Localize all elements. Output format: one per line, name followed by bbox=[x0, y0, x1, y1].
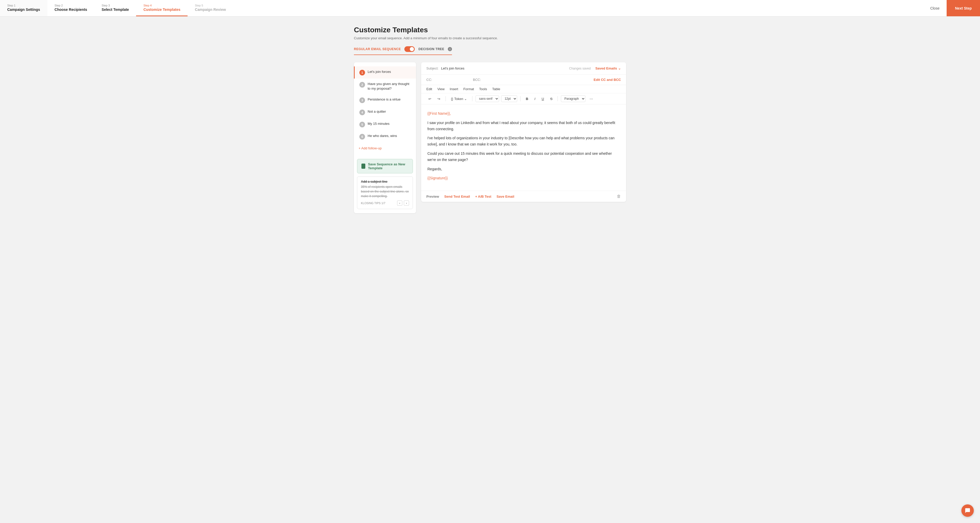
email-item-5[interactable]: 5 My 15 minutes bbox=[354, 118, 416, 130]
main-content: Customize Templates Customize your email… bbox=[348, 17, 632, 222]
save-sequence-button[interactable]: Save Sequence as New Template bbox=[357, 159, 413, 173]
changes-saved-text: Changes saved bbox=[569, 67, 591, 70]
more-options-button[interactable]: ⋯ bbox=[587, 96, 595, 102]
step-4-num: Step 4 bbox=[143, 4, 180, 7]
step-5-num: Step 5 bbox=[195, 4, 226, 7]
email-num-3: 3 bbox=[360, 97, 365, 103]
token-icon: {} bbox=[451, 97, 453, 101]
strikethrough-button[interactable]: S bbox=[548, 96, 555, 102]
subject-row: Subject: Let's join forces Changes saved… bbox=[421, 62, 626, 74]
toolbar-separator-2 bbox=[472, 96, 473, 101]
email-item-label-4: Not a quitter bbox=[368, 109, 386, 114]
saved-emails-button[interactable]: Saved Emails ⌄ bbox=[595, 67, 621, 70]
close-button[interactable]: Close bbox=[923, 0, 947, 16]
email-num-2: 2 bbox=[360, 82, 365, 87]
menu-view[interactable]: View bbox=[437, 87, 444, 91]
menu-edit[interactable]: Edit bbox=[426, 87, 432, 91]
email-para-2: I've helped lots of organizations in you… bbox=[427, 135, 620, 147]
next-step-button[interactable]: Next Step bbox=[947, 0, 980, 16]
tips-footer: KLOSING TIPS 1/7 ‹ › bbox=[361, 201, 409, 206]
nav-step-1[interactable]: Step 1 Campaign Settings bbox=[0, 0, 47, 16]
token-button[interactable]: {} Token ⌄ bbox=[449, 96, 469, 102]
preview-button[interactable]: Preview bbox=[426, 195, 439, 198]
add-followup-button[interactable]: + Add follow-up bbox=[354, 143, 416, 154]
redo-button[interactable]: ↪ bbox=[436, 96, 442, 102]
delete-email-button[interactable]: 🗑 bbox=[617, 194, 621, 199]
edit-cc-bcc-button[interactable]: Edit CC and BCC bbox=[594, 78, 621, 82]
chat-icon bbox=[965, 508, 970, 513]
menu-insert[interactable]: Insert bbox=[450, 87, 458, 91]
tips-text: 35% of recipients open emails based on t… bbox=[361, 184, 409, 198]
editor-layout: 1 Let's join forces 2 Have you given any… bbox=[354, 62, 626, 213]
step-4-label: Customize Templates bbox=[143, 8, 180, 12]
klosing-tips-box: Add a subject line 35% of recipients ope… bbox=[357, 176, 413, 209]
tips-prev-button[interactable]: ‹ bbox=[397, 201, 402, 206]
top-navigation: Step 1 Campaign Settings Step 2 Choose R… bbox=[0, 0, 980, 17]
subject-label: Subject: bbox=[426, 67, 439, 70]
undo-button[interactable]: ↩ bbox=[426, 96, 433, 102]
email-item-label-5: My 15 minutes bbox=[368, 122, 390, 126]
first-name-token: {{First Name}}, bbox=[427, 111, 451, 116]
bcc-label: BCC: bbox=[473, 78, 594, 82]
send-test-email-button[interactable]: Send Test Email bbox=[444, 195, 470, 198]
save-sequence-icon bbox=[361, 163, 365, 169]
step-2-label: Choose Recipients bbox=[54, 8, 87, 12]
subject-value[interactable]: Let's join forces bbox=[441, 67, 566, 70]
token-label: Token bbox=[454, 97, 463, 101]
email-item-2[interactable]: 2 Have you given any thought to my propo… bbox=[354, 79, 416, 94]
email-num-5: 5 bbox=[360, 122, 365, 127]
paragraph-style-select[interactable]: Paragraph bbox=[561, 95, 585, 102]
menu-format[interactable]: Format bbox=[463, 87, 474, 91]
saved-emails-chevron-icon: ⌄ bbox=[618, 67, 621, 70]
chat-support-button[interactable] bbox=[961, 504, 974, 517]
underline-button[interactable]: U bbox=[539, 96, 546, 102]
email-item-3[interactable]: 3 Persistence is a virtue bbox=[354, 94, 416, 106]
font-family-select[interactable]: sans-serif bbox=[476, 95, 499, 102]
italic-button[interactable]: I bbox=[533, 96, 538, 102]
decision-tree-info-icon[interactable]: i bbox=[448, 47, 452, 51]
cc-bcc-row: CC: BCC: Edit CC and BCC bbox=[421, 74, 626, 85]
toolbar-separator-4 bbox=[557, 96, 558, 101]
step-2-num: Step 2 bbox=[54, 4, 87, 7]
tips-title: Add a subject line bbox=[361, 180, 409, 184]
page-subtitle: Customize your email sequence. Add a min… bbox=[354, 36, 626, 40]
page-title: Customize Templates bbox=[354, 26, 626, 34]
email-para-1: I saw your profile on LinkedIn and from … bbox=[427, 120, 620, 132]
email-item-label-6: He who dares, wins bbox=[368, 133, 397, 138]
nav-step-4[interactable]: Step 4 Customize Templates bbox=[136, 0, 188, 16]
tips-navigation: ‹ › bbox=[397, 201, 409, 206]
nav-step-2[interactable]: Step 2 Choose Recipients bbox=[47, 0, 94, 16]
bold-button[interactable]: B bbox=[523, 96, 530, 102]
font-size-select[interactable]: 12pt bbox=[501, 95, 517, 102]
nav-step-3[interactable]: Step 3 Select Template bbox=[94, 0, 136, 16]
signature-token: {{Signature}} bbox=[427, 176, 448, 180]
menu-table[interactable]: Table bbox=[492, 87, 500, 91]
email-item-1[interactable]: 1 Let's join forces bbox=[354, 67, 416, 79]
toggle-label-decision: DECISION TREE bbox=[418, 47, 444, 51]
email-num-1: 1 bbox=[360, 70, 365, 76]
toggle-label-regular: REGULAR EMAIL SEQUENCE bbox=[354, 47, 401, 51]
step-1-label: Campaign Settings bbox=[7, 8, 40, 12]
email-body[interactable]: {{First Name}}, I saw your profile on Li… bbox=[421, 105, 626, 191]
sequence-type-toggle[interactable] bbox=[404, 46, 415, 52]
email-item-label-1: Let's join forces bbox=[368, 70, 391, 74]
menu-tools[interactable]: Tools bbox=[479, 87, 487, 91]
email-regards: Regards, bbox=[427, 166, 620, 172]
cc-label: CC: bbox=[426, 78, 473, 82]
saved-emails-label: Saved Emails bbox=[595, 67, 617, 70]
email-editor: Subject: Let's join forces Changes saved… bbox=[421, 62, 626, 202]
save-email-button[interactable]: Save Email bbox=[496, 195, 514, 198]
email-item-label-3: Persistence is a virtue bbox=[368, 97, 401, 102]
nav-step-5[interactable]: Step 5 Campaign Review bbox=[188, 0, 233, 16]
email-item-4[interactable]: 4 Not a quitter bbox=[354, 106, 416, 118]
email-num-6: 6 bbox=[360, 134, 365, 139]
tips-next-button[interactable]: › bbox=[404, 201, 409, 206]
tips-counter: KLOSING TIPS 1/7 bbox=[361, 201, 385, 204]
editor-footer: Preview Send Test Email + A/B Test Save … bbox=[421, 191, 626, 202]
toolbar-separator-1 bbox=[445, 96, 446, 101]
step-3-num: Step 3 bbox=[102, 4, 129, 7]
format-toolbar: ↩ ↪ {} Token ⌄ sans-serif 12pt B I U bbox=[421, 93, 626, 105]
email-item-6[interactable]: 6 He who dares, wins bbox=[354, 130, 416, 143]
email-sequence-list: 1 Let's join forces 2 Have you given any… bbox=[354, 62, 416, 213]
ab-test-button[interactable]: + A/B Test bbox=[475, 195, 492, 198]
